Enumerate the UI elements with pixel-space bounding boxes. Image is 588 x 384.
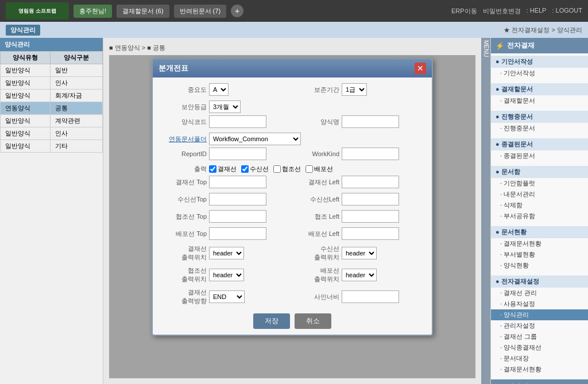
menu-item[interactable]: 양식종결재선 xyxy=(491,342,588,353)
cancel-button[interactable]: 취소 xyxy=(295,313,331,329)
workkind-input[interactable]: Slip xyxy=(342,148,399,160)
right-sidebar: ⚡ 전자결재 ● 기안서작성기안서작성● 결재할문서결재할문서● 진행중문서진행… xyxy=(490,38,588,384)
sub-header: 양식관리 ★ 전자결재설정 > 양식관리 xyxy=(0,22,588,38)
row-chulryuk: 출력 결재선 수신선 협조 xyxy=(161,165,424,173)
boyeon-select[interactable]: 1급2급3급 xyxy=(342,83,367,96)
table-row[interactable]: 일반양식회계/자금 xyxy=(1,90,103,102)
breadcrumb: ★ 전자결재설정 > 양식관리 xyxy=(504,26,582,34)
main-layout: 양식관리 양식유형 양식구분 일반양식일반일반양식인사일반양식회계/자금연동양식… xyxy=(0,38,588,384)
right-sidebar-title: ⚡ 전자결재 xyxy=(491,38,588,53)
doc2-btn[interactable]: 반려된문서 (7) xyxy=(174,5,227,18)
menu-section-title[interactable]: ● 문서현황 xyxy=(491,226,588,238)
erp-link[interactable]: ERP이동 xyxy=(451,7,477,15)
workkind-label: WorkKind xyxy=(293,150,339,157)
menu-item[interactable]: 사용자설정 xyxy=(491,298,588,309)
check-hye-input[interactable] xyxy=(273,165,281,173)
table-row[interactable]: 일반양식기타 xyxy=(1,140,103,153)
hyeTop-input[interactable]: 0 xyxy=(209,210,266,223)
menu-section-title[interactable]: ● 종결된문서 xyxy=(491,138,588,150)
row-hyePrint: 협조선출력위치 headerfooter 배포선출력위치 headerfoote… xyxy=(161,266,424,286)
menu-section: ● 문서현황결재문서현황부서별현황양식현황 xyxy=(491,224,588,273)
menu-section-title[interactable]: ● 기안서작성 xyxy=(491,56,588,68)
menu-item[interactable]: 결재문서현황 xyxy=(491,238,588,249)
susLeft-input[interactable]: 7.2 xyxy=(342,193,399,205)
gyulTop-label: 결재선 Top xyxy=(161,178,207,187)
menu-vertical-label: MENU xyxy=(481,38,490,384)
hyeLeft-input[interactable]: 0 xyxy=(342,210,399,223)
menu-item[interactable]: 삭제함 xyxy=(491,200,588,211)
menu-section-title[interactable]: ● 진행중문서 xyxy=(491,111,588,123)
menu-section-title[interactable]: ● 문서함 xyxy=(491,166,588,178)
menu-item[interactable]: 결재문서현황 xyxy=(491,364,588,375)
hyeTop-label: 협조선 Top xyxy=(161,212,207,221)
menu-section-title[interactable]: ● 전자결재설정 xyxy=(491,276,588,288)
baeLeft-input[interactable]: 0 xyxy=(342,227,399,240)
left-sidebar: 양식관리 양식유형 양식구분 일반양식일반일반양식인사일반양식회계/자금연동양식… xyxy=(0,38,103,384)
baeTop-input[interactable]: 0 xyxy=(209,227,266,240)
check-sus-input[interactable] xyxy=(241,165,249,173)
menu-item[interactable]: 기안서작성 xyxy=(491,68,588,79)
doc1-btn[interactable]: 결재할문서 (6) xyxy=(117,5,169,18)
jungyo-label: 중요도 xyxy=(161,86,207,94)
table-row[interactable]: 일반양식인사 xyxy=(1,77,103,90)
menu-item[interactable]: 종결된문서 xyxy=(491,150,588,161)
gyulDir-select[interactable]: ENDSTART xyxy=(209,290,245,303)
table-row[interactable]: 일반양식일반 xyxy=(1,64,103,77)
menu-item[interactable]: 양식현황 xyxy=(491,260,588,271)
baePrint-select[interactable]: headerfooter xyxy=(342,269,377,281)
modal-close-btn[interactable]: ✕ xyxy=(415,63,426,74)
sidebar-kind: 회계/자금 xyxy=(50,90,102,102)
menu-item[interactable]: 진행중문서 xyxy=(491,123,588,134)
table-row[interactable]: 일반양식계약관련 xyxy=(1,115,103,127)
menu-item[interactable]: 문서대장 xyxy=(491,353,588,364)
menu-item[interactable]: 양식관리 xyxy=(491,309,588,320)
check-bae-input[interactable] xyxy=(305,165,313,173)
pw-link[interactable]: 비밀번호변경 xyxy=(483,7,521,15)
table-row[interactable]: 연동양식공통 xyxy=(1,102,103,115)
yondong-label[interactable]: 연동문서폴더 xyxy=(161,135,207,143)
user-greeting[interactable]: 홍주현님! xyxy=(74,5,112,18)
menu-item[interactable]: 결재선 그룹 xyxy=(491,331,588,342)
hyeLeft-label: 협조 Left xyxy=(293,212,339,221)
boanseong-select[interactable]: 3개월6개월1년 xyxy=(209,100,241,113)
add-tab-btn[interactable]: + xyxy=(231,5,243,17)
top-right: ERP이동 비밀번호변경 : HELP : LOGOUT xyxy=(451,7,582,15)
gyulTop-input[interactable]: -0.08 xyxy=(209,176,266,188)
table-row[interactable]: 일반양식인사 xyxy=(1,127,103,140)
gyulDir-label: 결재선출력방향 xyxy=(161,288,207,305)
sidebar-type: 일반양식 xyxy=(1,127,51,140)
menu-item[interactable]: 결재할문서 xyxy=(491,95,588,106)
menu-item[interactable]: 기안함플럿 xyxy=(491,178,588,189)
yondong-select[interactable]: Workflow_Common xyxy=(209,133,301,145)
save-button[interactable]: 저장 xyxy=(253,313,290,329)
gyulLeft-input[interactable]: 7.2 xyxy=(342,176,399,188)
modal-overlay: 분개전표 ✕ 중요도 ABC 보존기간 xyxy=(109,55,475,378)
check-bae[interactable]: 배포선 xyxy=(305,165,333,173)
menu-item[interactable]: 내문서관리 xyxy=(491,189,588,200)
yangname-input[interactable]: 분개전표 xyxy=(342,115,399,128)
reportid-input[interactable]: Slip xyxy=(209,148,266,160)
saini-input[interactable]: 0.49 xyxy=(342,290,399,303)
menu-item[interactable]: 관리자설정 xyxy=(491,320,588,331)
check-hye[interactable]: 협조선 xyxy=(273,165,301,173)
help-link[interactable]: : HELP xyxy=(527,7,547,15)
row-baeTop: 배포선 Top 0 배포선 Left 0 xyxy=(161,227,424,242)
menu-item[interactable]: 결재선 관리 xyxy=(491,288,588,298)
check-gyul[interactable]: 결재선 xyxy=(209,165,237,173)
susPrint-select[interactable]: headerfooter xyxy=(342,247,377,259)
yangcode-input[interactable]: Slip xyxy=(209,115,266,128)
susTop-input[interactable]: 0.69 xyxy=(209,193,266,205)
check-gyul-input[interactable] xyxy=(209,165,216,173)
boanseong-label: 보안등급 xyxy=(161,103,207,111)
menu-item[interactable]: 부서별현황 xyxy=(491,249,588,260)
gyulPrint-select[interactable]: headerfooter xyxy=(209,247,244,259)
row-hyeTop: 협조선 Top 0 협조 Left 0 xyxy=(161,210,424,225)
check-sus[interactable]: 수신선 xyxy=(241,165,269,173)
hyePrint-select[interactable]: headerfooter xyxy=(209,269,244,281)
jungyo-select[interactable]: ABC xyxy=(209,83,229,96)
yangcode-label: 양식코드 xyxy=(161,118,207,126)
menu-section-title[interactable]: ● 결재할문서 xyxy=(491,83,588,95)
menu-item[interactable]: 부서공유함 xyxy=(491,211,588,222)
logout-link[interactable]: : LOGOUT xyxy=(552,7,582,15)
baeLeft-label: 배포선 Left xyxy=(293,230,339,238)
